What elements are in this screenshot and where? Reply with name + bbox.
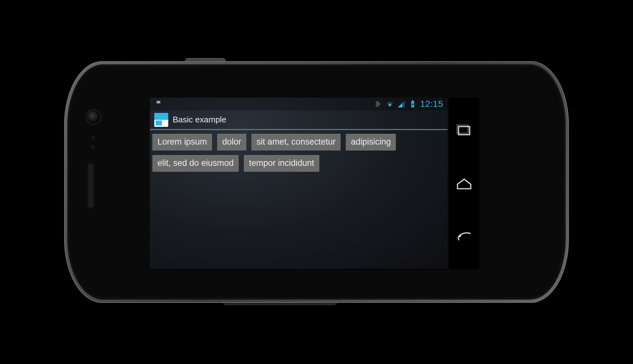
chip-item[interactable]: adipisicing [346, 134, 396, 151]
android-debug-icon [154, 100, 163, 108]
chip-item[interactable]: Lorem ipsum [152, 134, 212, 151]
action-bar-title: Basic example [173, 115, 226, 125]
svg-point-1 [159, 102, 160, 102]
svg-line-3 [159, 101, 160, 101]
svg-point-0 [157, 102, 158, 102]
phone-frame: 12:15 Basic example Lorem ipsum dolor si… [64, 61, 569, 303]
device-screen: 12:15 Basic example Lorem ipsum dolor si… [150, 98, 448, 270]
content-area: Lorem ipsum dolor sit amet, consectetur … [150, 130, 448, 176]
status-clock: 12:15 [420, 99, 443, 109]
front-camera [87, 110, 100, 124]
app-icon[interactable] [154, 113, 168, 127]
chip-item[interactable]: elit, sed do eiusmod [152, 155, 239, 172]
action-bar: Basic example [150, 110, 448, 130]
chip-item[interactable]: sit amet, consectetur [251, 134, 341, 151]
chip-container: Lorem ipsum dolor sit amet, consectetur … [152, 134, 445, 172]
vibrate-icon [374, 100, 383, 108]
sensor-dot [91, 145, 95, 149]
status-bar: 12:15 [150, 98, 448, 110]
battery-charging-icon [409, 100, 417, 108]
svg-line-2 [157, 101, 157, 101]
wifi-icon [386, 100, 394, 108]
back-button[interactable] [455, 230, 473, 243]
signal-icon [397, 100, 405, 108]
earpiece-speaker [87, 163, 94, 209]
sensor-dot [91, 136, 95, 140]
system-nav-bar [449, 98, 479, 270]
svg-rect-5 [412, 100, 413, 101]
chip-item[interactable]: tempor incididunt [244, 155, 319, 172]
recent-apps-button[interactable] [455, 124, 473, 137]
home-button[interactable] [455, 177, 473, 190]
chip-item[interactable]: dolor [217, 134, 246, 151]
